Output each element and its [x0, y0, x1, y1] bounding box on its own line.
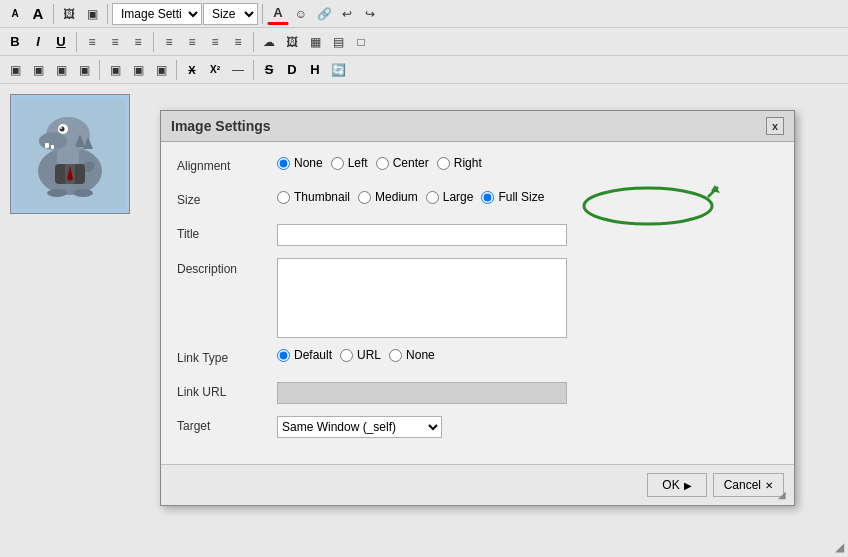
title-input[interactable] — [277, 224, 567, 246]
svg-point-17 — [73, 189, 93, 197]
size-controls: Thumbnail Medium Large Full Size — [277, 190, 778, 204]
redo-btn[interactable]: ↪ — [359, 3, 381, 25]
size-medium-radio[interactable] — [358, 191, 371, 204]
editor-area: A A 🖼 ▣ Image Settings Size A ☺ 🔗 ↩ ↪ B … — [0, 0, 848, 557]
size-fullsize-label: Full Size — [498, 190, 544, 204]
italic-btn[interactable]: I — [27, 31, 49, 53]
align-right-btn[interactable]: ≡ — [127, 31, 149, 53]
target-select[interactable]: Same Window (_self) New Window (_blank) — [277, 416, 442, 438]
font-size-large-btn[interactable]: A — [27, 3, 49, 25]
ok-button[interactable]: OK ▶ — [647, 473, 706, 497]
separator4 — [76, 32, 77, 52]
target-controls: Same Window (_self) New Window (_blank) — [277, 416, 778, 438]
hr-btn[interactable]: ▤ — [327, 31, 349, 53]
alignment-left-radio[interactable] — [331, 157, 344, 170]
alignment-right-radio[interactable] — [437, 157, 450, 170]
align-center-btn[interactable]: ≡ — [104, 31, 126, 53]
block-btn-2[interactable]: ▣ — [27, 59, 49, 81]
link-default-radio[interactable] — [277, 349, 290, 362]
description-textarea[interactable] — [277, 258, 567, 338]
heading-btn[interactable]: H — [304, 59, 326, 81]
alignment-none-radio[interactable] — [277, 157, 290, 170]
ok-arrow-icon: ▶ — [684, 480, 692, 491]
special-char-btn[interactable]: □ — [350, 31, 372, 53]
block-btn-3[interactable]: ▣ — [50, 59, 72, 81]
link-url-label: Link URL — [177, 382, 277, 399]
size-thumbnail-option[interactable]: Thumbnail — [277, 190, 350, 204]
size-medium-option[interactable]: Medium — [358, 190, 418, 204]
alignment-center-radio[interactable] — [376, 157, 389, 170]
alignment-center-option[interactable]: Center — [376, 156, 429, 170]
link-url-input[interactable] — [277, 382, 567, 404]
svg-point-7 — [60, 127, 62, 129]
block-btn-1[interactable]: ▣ — [4, 59, 26, 81]
icon-btn-1[interactable]: 🖼 — [58, 3, 80, 25]
size-fullsize-radio[interactable] — [481, 191, 494, 204]
strikethrough-btn[interactable]: X — [181, 59, 203, 81]
dinosaur-image — [15, 99, 125, 209]
block-btn-7[interactable]: ▣ — [150, 59, 172, 81]
font-color-btn[interactable]: A — [267, 3, 289, 25]
size-thumbnail-label: Thumbnail — [294, 190, 350, 204]
image-btn[interactable]: 🖼 — [281, 31, 303, 53]
alignment-left-option[interactable]: Left — [331, 156, 368, 170]
description-controls — [277, 258, 778, 338]
emoticon-btn[interactable]: ☁ — [258, 31, 280, 53]
align-left-btn[interactable]: ≡ — [81, 31, 103, 53]
size-thumbnail-radio[interactable] — [277, 191, 290, 204]
list-ol-btn[interactable]: ≡ — [158, 31, 180, 53]
size-large-option[interactable]: Large — [426, 190, 474, 204]
alignment-none-option[interactable]: None — [277, 156, 323, 170]
source-btn[interactable]: 🔄 — [327, 59, 349, 81]
size-large-radio[interactable] — [426, 191, 439, 204]
link-btn[interactable]: 🔗 — [313, 3, 335, 25]
table-btn[interactable]: ▦ — [304, 31, 326, 53]
alignment-none-label: None — [294, 156, 323, 170]
toolbar-row2: B I U ≡ ≡ ≡ ≡ ≡ ≡ ≡ ☁ 🖼 ▦ ▤ □ — [0, 28, 848, 56]
link-default-option[interactable]: Default — [277, 348, 332, 362]
modal-footer: OK ▶ Cancel ✕ — [161, 464, 794, 505]
block-btn-6[interactable]: ▣ — [127, 59, 149, 81]
modal-resize-handle[interactable]: ◢ — [778, 489, 790, 501]
link-url-option[interactable]: URL — [340, 348, 381, 362]
separator2 — [107, 4, 108, 24]
link-url-label: URL — [357, 348, 381, 362]
indent-btn[interactable]: ≡ — [204, 31, 226, 53]
cancel-x-icon: ✕ — [765, 480, 773, 491]
undo-btn[interactable]: ↩ — [336, 3, 358, 25]
size-medium-label: Medium — [375, 190, 418, 204]
list-ul-btn[interactable]: ≡ — [181, 31, 203, 53]
superscript-btn[interactable]: X² — [204, 59, 226, 81]
outdent-btn[interactable]: ≡ — [227, 31, 249, 53]
hr2-btn[interactable]: — — [227, 59, 249, 81]
target-label: Target — [177, 416, 277, 433]
svg-rect-9 — [51, 145, 54, 149]
underline-btn[interactable]: U — [50, 31, 72, 53]
font-select[interactable]: Image Settings — [112, 3, 202, 25]
cancel-button[interactable]: Cancel ✕ — [713, 473, 784, 497]
icon-btn-2[interactable]: ▣ — [81, 3, 103, 25]
link-none-radio[interactable] — [389, 349, 402, 362]
svg-point-16 — [47, 189, 67, 197]
font-size-small-btn[interactable]: A — [4, 3, 26, 25]
alignment-left-label: Left — [348, 156, 368, 170]
modal-close-button[interactable]: x — [766, 117, 784, 135]
svg-point-6 — [60, 127, 65, 132]
alignment-right-label: Right — [454, 156, 482, 170]
link-none-option[interactable]: None — [389, 348, 435, 362]
editor-resize-handle[interactable]: ◢ — [835, 541, 844, 553]
strike-btn[interactable]: S — [258, 59, 280, 81]
modal-header: Image Settings x — [161, 111, 794, 142]
link-type-label: Link Type — [177, 348, 277, 365]
delete-btn[interactable]: D — [281, 59, 303, 81]
block-btn-4[interactable]: ▣ — [73, 59, 95, 81]
size-select[interactable]: Size — [203, 3, 258, 25]
target-row: Target Same Window (_self) New Window (_… — [177, 416, 778, 440]
alignment-right-option[interactable]: Right — [437, 156, 482, 170]
block-btn-5[interactable]: ▣ — [104, 59, 126, 81]
bold-btn[interactable]: B — [4, 31, 26, 53]
link-url-radio[interactable] — [340, 349, 353, 362]
size-fullsize-option[interactable]: Full Size — [481, 190, 544, 204]
title-label: Title — [177, 224, 277, 241]
smiley-btn[interactable]: ☺ — [290, 3, 312, 25]
